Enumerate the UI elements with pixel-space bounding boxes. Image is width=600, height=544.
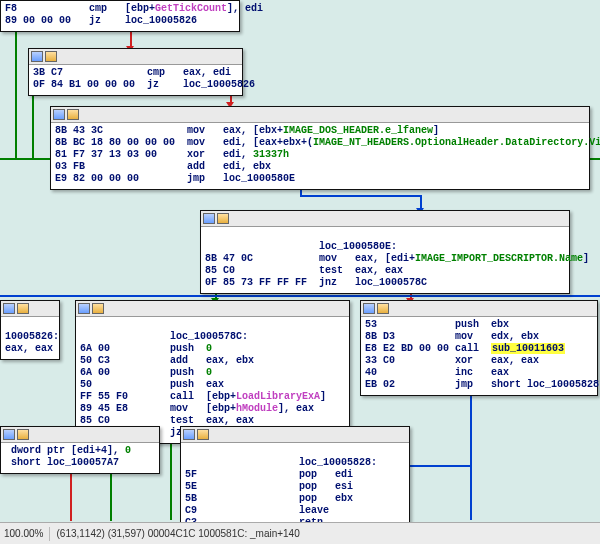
code-body: 10005826: eax, eax xyxy=(1,317,59,359)
separator xyxy=(49,527,50,541)
code-body: dword ptr [edi+4], 0 short loc_100057A7 xyxy=(1,443,159,473)
block-icon xyxy=(45,51,57,62)
block-titlebar xyxy=(181,427,409,443)
graph-canvas[interactable]: F8 cmp [ebp+GetTickCount], edi 89 00 00 … xyxy=(0,0,600,520)
block-titlebar xyxy=(201,211,569,227)
code-body: loc_1000580E: 8B 47 0C mov eax, [edi+IMA… xyxy=(201,227,569,293)
code-body: 8B 43 3C mov eax, [ebx+IMAGE_DOS_HEADER.… xyxy=(51,123,589,189)
block-titlebar xyxy=(29,49,242,65)
bb-node[interactable]: F8 cmp [ebp+GetTickCount], edi 89 00 00 … xyxy=(0,0,240,32)
block-icon xyxy=(217,213,229,224)
zoom-level: 100.00% xyxy=(4,528,43,539)
flow-edge xyxy=(0,295,600,297)
block-icon xyxy=(3,429,15,440)
status-coord2: (31,597) xyxy=(108,528,145,539)
status-bar: 100.00% (613,1142) (31,597) 00004C1C 100… xyxy=(0,522,600,544)
status-addr: 00004C1C 1000581C: xyxy=(148,528,248,539)
bb-node[interactable]: loc_1000580E: 8B 47 0C mov eax, [edi+IMA… xyxy=(200,210,570,294)
flow-edge xyxy=(300,195,420,197)
flow-edge xyxy=(15,28,17,158)
bb-node[interactable]: 3B C7 cmp eax, edi 0F 84 B1 00 00 00 jz … xyxy=(28,48,243,96)
block-icon xyxy=(203,213,215,224)
code-body: 3B C7 cmp eax, edi 0F 84 B1 00 00 00 jz … xyxy=(29,65,242,95)
bb-node[interactable]: 10005826: eax, eax xyxy=(0,300,60,360)
block-icon xyxy=(92,303,104,314)
bb-node[interactable]: 8B 43 3C mov eax, [ebx+IMAGE_DOS_HEADER.… xyxy=(50,106,590,190)
code-body: 53 push ebx 8B D3 mov edx, ebx E8 E2 BD … xyxy=(361,317,597,395)
bb-node[interactable]: 53 push ebx 8B D3 mov edx, ebx E8 E2 BD … xyxy=(360,300,598,396)
block-icon xyxy=(53,109,65,120)
block-icon xyxy=(363,303,375,314)
flow-edge xyxy=(32,90,34,158)
code-body: loc_1000578C: 6A 00 push 0 50 C3 add eax… xyxy=(76,317,349,443)
block-icon xyxy=(3,303,15,314)
block-titlebar xyxy=(1,427,159,443)
block-titlebar xyxy=(1,301,59,317)
block-icon xyxy=(67,109,79,120)
block-titlebar xyxy=(76,301,349,317)
block-titlebar xyxy=(51,107,589,123)
block-titlebar xyxy=(361,301,597,317)
block-icon xyxy=(17,303,29,314)
block-icon xyxy=(183,429,195,440)
block-icon xyxy=(31,51,43,62)
block-icon xyxy=(17,429,29,440)
status-name: _main+140 xyxy=(250,528,300,539)
block-icon xyxy=(78,303,90,314)
block-icon xyxy=(377,303,389,314)
block-icon xyxy=(197,429,209,440)
bb-node[interactable]: loc_1000578C: 6A 00 push 0 50 C3 add eax… xyxy=(75,300,350,444)
bb-node[interactable]: dword ptr [edi+4], 0 short loc_100057A7 xyxy=(0,426,160,474)
flow-edge xyxy=(470,386,472,520)
code-body: F8 cmp [ebp+GetTickCount], edi 89 00 00 … xyxy=(1,1,239,31)
status-coord1: (613,1142) xyxy=(56,528,104,539)
